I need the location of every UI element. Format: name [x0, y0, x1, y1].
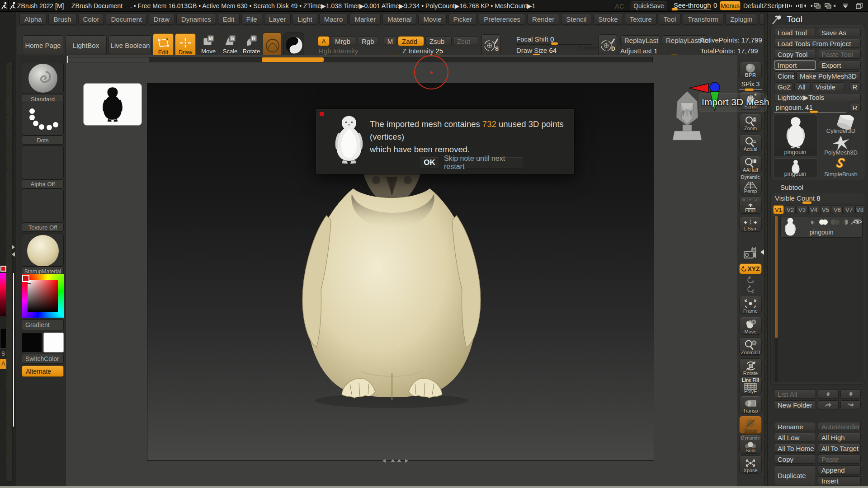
mrgb-button[interactable]: Mrgb [331, 36, 356, 46]
cylinder3d-thumbnail[interactable]: Cylinder3D [819, 115, 863, 135]
menu-light[interactable]: Light [292, 13, 317, 25]
nav-left-icon[interactable] [382, 459, 386, 463]
xpose-button[interactable]: Xpose [739, 455, 762, 474]
vtab-v8[interactable]: V8 [855, 205, 864, 214]
m-button[interactable]: M [384, 36, 396, 46]
collapsed-gradient-fragment[interactable] [0, 273, 6, 316]
duplicate-button[interactable]: Duplicate [774, 465, 816, 485]
new-folder-button[interactable]: New Folder [774, 400, 816, 409]
append-button[interactable]: Append [818, 465, 861, 474]
paste-subtool-button[interactable]: Paste [818, 455, 861, 464]
menu-preferences[interactable]: Preferences [479, 13, 525, 25]
focal-knob-button[interactable]: S [481, 34, 500, 57]
visible-count-track[interactable] [774, 203, 861, 203]
rename-button[interactable]: Rename [774, 422, 816, 431]
subtool-section-title[interactable]: Subtool [780, 183, 803, 191]
move-into-folder-button[interactable] [840, 400, 861, 409]
load-tools-from-project-button[interactable]: Load Tools From Project [774, 39, 861, 48]
menu-render[interactable]: Render [527, 13, 559, 25]
zsub-button[interactable]: Zsub [425, 36, 452, 46]
frame-button[interactable]: Frame [739, 296, 762, 314]
replay-last-button[interactable]: ReplayLast [620, 35, 660, 45]
floor-button[interactable]: X Y Z Floor [739, 197, 762, 214]
see-through-track[interactable] [673, 9, 711, 9]
window-send-back-icon[interactable] [811, 3, 822, 9]
move-mode-button[interactable]: M Move [198, 33, 218, 57]
lsym-button[interactable]: L.Sym [739, 217, 762, 232]
subtool-half-icon[interactable] [842, 219, 849, 225]
current-tool-slider-label[interactable]: pingouin. 41 [776, 103, 813, 111]
collapsed-switchcolor-fragment[interactable] [0, 328, 6, 349]
auto-reorder-button[interactable]: AutoReorder [818, 422, 861, 431]
current-brush-thumbnail[interactable] [263, 33, 282, 58]
note-ok-button[interactable]: OK [419, 157, 440, 169]
vtab-v6[interactable]: V6 [832, 205, 843, 214]
actual-button[interactable]: x1 Actual [739, 135, 762, 152]
insert-button[interactable]: Insert [818, 476, 861, 485]
texture-thumbnail[interactable] [22, 188, 64, 223]
copy-subtool-button[interactable]: Copy [774, 455, 816, 464]
minimize-icon[interactable] [842, 3, 849, 9]
vtab-v3[interactable]: V3 [797, 205, 807, 214]
goz-button[interactable]: GoZ [774, 82, 793, 91]
scale-mode-button[interactable]: S Scale [220, 33, 240, 57]
clone-button[interactable]: Clone [774, 71, 795, 80]
scrollbar-active-segment[interactable] [262, 57, 324, 62]
rgb-intensity-label[interactable]: Rgb Intensity [319, 47, 359, 55]
menu-stencil[interactable]: Stencil [561, 13, 591, 25]
visible-count-handle[interactable] [802, 201, 812, 204]
goz-all-button[interactable]: All [794, 82, 811, 91]
menu-brush[interactable]: Brush [48, 13, 76, 25]
menu-color[interactable]: Color [78, 13, 104, 25]
vtab-v4[interactable]: V4 [808, 205, 819, 214]
goz-visible-button[interactable]: Visible [812, 82, 844, 91]
rotate-3d-button[interactable]: Rotate [739, 358, 762, 376]
transp-button[interactable]: Transp [739, 396, 762, 414]
polyf-button[interactable]: Line Fill PolyF [739, 377, 762, 394]
material-thumbnail[interactable] [22, 234, 64, 267]
menu-zplugin[interactable]: Zplugin [725, 13, 757, 25]
menu-alpha[interactable]: Alpha [19, 13, 47, 25]
visible-count-label[interactable]: Visible Count 8 [775, 194, 821, 202]
divider-right-icon[interactable] [795, 3, 807, 9]
spix-label[interactable]: SPix 3 [739, 80, 762, 88]
adjust-last-label[interactable]: AdjustLast 1 [620, 47, 658, 55]
menu-texture[interactable]: Texture [625, 13, 657, 25]
vtab-v5[interactable]: V5 [820, 205, 831, 214]
all-low-button[interactable]: All Low [774, 433, 816, 442]
scrollbar-segment[interactable] [68, 57, 149, 62]
draw-size-knob-button[interactable]: D [598, 34, 617, 57]
panel-collapse-arrow-icon[interactable] [760, 249, 764, 255]
note-close-square[interactable] [320, 112, 324, 116]
menu-document[interactable]: Document [106, 13, 146, 25]
subtool-polypaint-on-icon[interactable] [819, 219, 829, 225]
menu-marker[interactable]: Marker [349, 13, 381, 25]
nav-right-icon[interactable] [405, 459, 408, 463]
current-material-thumbnail[interactable] [283, 33, 304, 58]
subtool-scrollbar-thumb[interactable] [775, 216, 778, 338]
default-zscript-label[interactable]: DefaultZScript [743, 2, 783, 9]
window-bring-front-icon[interactable] [824, 3, 836, 9]
subtool-down-button[interactable] [840, 389, 861, 399]
draw-mode-button[interactable]: Draw [175, 33, 196, 57]
goz-r-button[interactable]: R [849, 82, 861, 91]
menu-material[interactable]: Material [382, 13, 416, 25]
collapsed-swatch-fragment[interactable] [0, 266, 6, 272]
dynamic-label[interactable]: Dynamic [577, 45, 598, 51]
switch-color-black[interactable] [22, 333, 42, 352]
nav-up-icon[interactable] [391, 459, 395, 462]
active-tool-thumbnail[interactable]: pingouin [773, 115, 817, 156]
all-high-button[interactable]: All High [818, 433, 861, 442]
vtab-v2[interactable]: V2 [785, 205, 796, 214]
lightbox-tools-button[interactable]: Lightbox▶Tools [774, 93, 861, 102]
color-a-button[interactable]: A [318, 36, 330, 46]
home-page-button[interactable]: Home Page [23, 35, 63, 55]
zadd-button[interactable]: Zadd [398, 36, 424, 46]
pingouin2-thumbnail[interactable]: pingouin [773, 158, 817, 178]
import-button[interactable]: Import [774, 61, 816, 70]
menu-stroke[interactable]: Stroke [593, 13, 623, 25]
edit-mode-button[interactable]: Edit [153, 33, 174, 57]
ghost-button[interactable]: Ghost [739, 416, 762, 434]
focal-shift-handle[interactable] [551, 42, 558, 45]
rotate-mode-button[interactable]: R Rotate [241, 33, 261, 57]
